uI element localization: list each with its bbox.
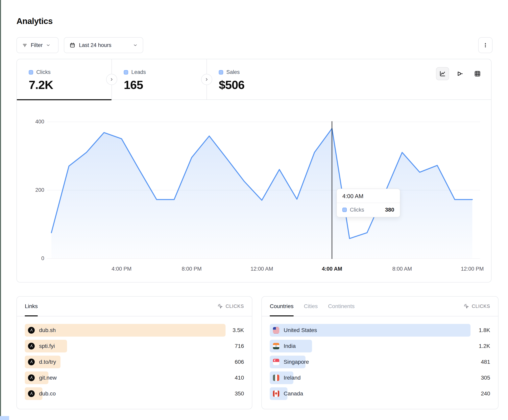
next-stat-button[interactable] xyxy=(201,74,212,85)
cursor-click-icon xyxy=(463,303,469,309)
chevron-down-icon xyxy=(46,43,51,48)
list-item[interactable]: dub.co350 xyxy=(25,387,244,400)
y-axis-tick-label: 200 xyxy=(22,187,44,193)
countries-metric-label: CLICKS xyxy=(472,304,490,309)
clicks-timeseries-chart[interactable]: 0200400 4:00 AM Clicks 380 xyxy=(17,100,492,282)
filter-button-label: Filter xyxy=(31,42,43,48)
countries-metric-selector[interactable]: CLICKS xyxy=(463,303,490,309)
in-flag-icon xyxy=(273,343,279,349)
filter-button[interactable]: Filter xyxy=(16,37,59,53)
more-options-button[interactable] xyxy=(478,37,493,53)
item-label: Singapore xyxy=(284,359,309,365)
links-panel: Links CLICKS dub.sh3.5Kspti.fyi716d.to/t… xyxy=(16,296,252,409)
tab-links[interactable]: Links xyxy=(25,297,38,316)
tab-cities[interactable]: Cities xyxy=(304,297,318,316)
item-value: 350 xyxy=(235,387,244,400)
chart-area-fill xyxy=(51,129,472,259)
item-value: 606 xyxy=(235,356,244,368)
item-value: 305 xyxy=(481,371,490,384)
tab-clicks[interactable]: Clicks 7.2K xyxy=(17,59,112,100)
tab-countries[interactable]: Countries xyxy=(270,297,294,316)
clicks-legend-square xyxy=(29,70,33,74)
item-value: 410 xyxy=(235,371,244,384)
area-chart-canvas xyxy=(47,120,480,265)
stats-tabs-row: Clicks 7.2K Leads 165 xyxy=(17,59,491,100)
list-item[interactable]: United States1.8K xyxy=(270,324,490,337)
item-value: 3.5K xyxy=(232,324,244,337)
item-value: 1.2K xyxy=(479,340,490,352)
dub-logo-icon xyxy=(28,359,35,365)
x-axis-tick-label: 4:00 AM xyxy=(322,266,342,272)
item-label: India xyxy=(284,343,296,349)
x-axis-tick-label: 8:00 PM xyxy=(182,266,202,272)
item-label: Canada xyxy=(284,391,303,397)
y-axis-tick-label: 0 xyxy=(22,255,44,261)
item-value: 240 xyxy=(481,387,490,400)
funnel-chart-toggle-button[interactable] xyxy=(454,67,467,80)
item-label: United States xyxy=(284,327,317,333)
tab-countries-label: Countries xyxy=(270,303,294,310)
list-item[interactable]: git.new410 xyxy=(25,371,244,384)
line-chart-toggle-button[interactable] xyxy=(436,67,449,80)
list-item[interactable]: dub.sh3.5K xyxy=(25,324,244,337)
analytics-page: Analytics Filter Last 24 hours xyxy=(0,0,508,420)
stat-value: 7.2K xyxy=(29,78,112,92)
list-item[interactable]: Singapore481 xyxy=(270,356,490,368)
countries-panel-header: Countries Cities Continents CLICKS xyxy=(262,297,498,316)
sales-legend-square xyxy=(219,70,223,74)
table-toggle-button[interactable] xyxy=(471,67,484,80)
dub-logo-icon xyxy=(28,390,35,397)
hover-cursor-line xyxy=(332,121,332,259)
funnel-chart-icon xyxy=(456,70,463,77)
stat-label: Sales xyxy=(226,69,240,75)
tab-continents[interactable]: Continents xyxy=(328,297,355,316)
bottom-left-accent xyxy=(0,416,9,420)
countries-list: United States1.8KIndia1.2KSingapore481Ir… xyxy=(270,324,490,403)
links-panel-header: Links CLICKS xyxy=(17,297,252,316)
dub-logo-icon xyxy=(28,374,35,381)
tab-leads[interactable]: Leads 165 xyxy=(112,59,207,100)
stat-label: Clicks xyxy=(36,69,51,75)
tooltip-legend-square xyxy=(342,208,347,212)
next-stat-button[interactable] xyxy=(106,74,117,85)
dub-logo-icon xyxy=(28,327,35,334)
list-item[interactable]: Ireland305 xyxy=(270,371,490,384)
item-label: d.to/try xyxy=(39,359,56,365)
item-label: dub.sh xyxy=(39,327,56,333)
stat-value: 165 xyxy=(124,78,207,92)
x-axis-tick-label: 12:00 PM xyxy=(461,266,484,272)
filter-icon xyxy=(22,42,28,48)
y-axis-tick-label: 400 xyxy=(22,119,44,125)
stat-label: Leads xyxy=(131,69,146,75)
tab-cities-label: Cities xyxy=(304,303,318,310)
x-axis-tick-label: 8:00 AM xyxy=(392,266,412,272)
tooltip-time: 4:00 AM xyxy=(337,189,400,203)
x-axis-tick-label: 4:00 PM xyxy=(112,266,132,272)
cursor-click-icon xyxy=(217,303,223,309)
sg-flag-icon xyxy=(273,359,279,365)
leads-legend-square xyxy=(124,70,128,74)
dub-logo-icon xyxy=(28,343,35,349)
list-item[interactable]: Canada240 xyxy=(270,387,490,400)
date-range-label: Last 24 hours xyxy=(79,42,129,48)
list-item[interactable]: spti.fyi716 xyxy=(25,340,244,352)
calendar-icon xyxy=(69,42,75,48)
date-range-button[interactable]: Last 24 hours xyxy=(64,37,143,53)
chart-type-toggle-group xyxy=(436,67,484,80)
chart-tooltip: 4:00 AM Clicks 380 xyxy=(336,188,400,217)
us-flag-icon xyxy=(273,327,279,333)
left-edge-strip xyxy=(0,0,1,420)
links-list: dub.sh3.5Kspti.fyi716d.to/try606git.new4… xyxy=(25,324,244,403)
item-label: git.new xyxy=(39,375,57,381)
analytics-card: Clicks 7.2K Leads 165 xyxy=(16,59,492,282)
line-chart-icon xyxy=(439,70,446,77)
list-item[interactable]: d.to/try606 xyxy=(25,356,244,368)
list-item[interactable]: India1.2K xyxy=(270,340,490,352)
tab-sales[interactable]: Sales $506 xyxy=(207,59,301,100)
page-title: Analytics xyxy=(16,16,52,26)
item-value: 716 xyxy=(235,340,244,352)
item-label: spti.fyi xyxy=(39,343,55,349)
table-grid-icon xyxy=(474,70,481,77)
links-metric-label: CLICKS xyxy=(225,304,244,309)
links-metric-selector[interactable]: CLICKS xyxy=(217,303,244,309)
